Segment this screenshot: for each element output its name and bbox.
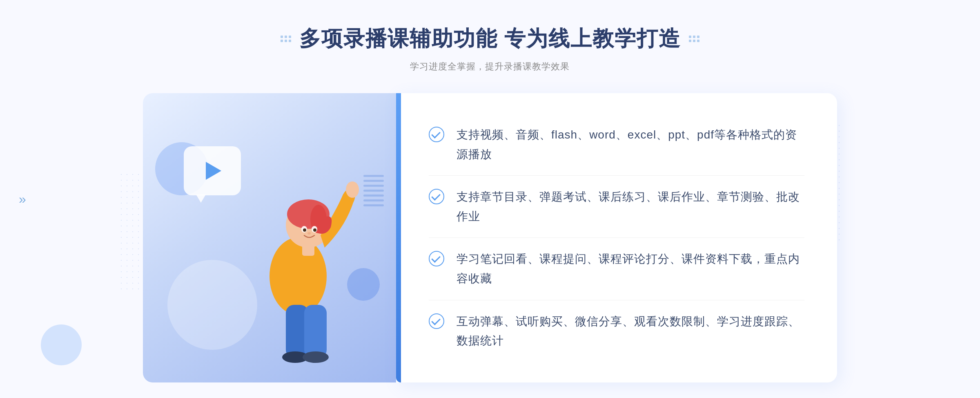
svg-rect-6 <box>304 305 327 358</box>
feature-text-3: 学习笔记回看、课程提问、课程评论打分、课件资料下载，重点内容收藏 <box>457 249 804 288</box>
svg-point-14 <box>307 232 311 235</box>
check-icon-4 <box>429 313 444 329</box>
deco-dot <box>689 36 691 38</box>
check-icon-1 <box>429 127 444 142</box>
feature-item-3: 学习笔记回看、课程提问、课程评论打分、课件资料下载，重点内容收藏 <box>429 238 804 300</box>
page-container: » 多项录播课辅助功能 专为线上教学打造 <box>0 0 980 398</box>
person-illustration <box>227 154 370 382</box>
feature-item-1: 支持视频、音频、flash、word、excel、ppt、pdf等各种格式的资源… <box>429 114 804 176</box>
svg-point-8 <box>303 351 329 363</box>
deco-dot <box>689 40 691 42</box>
checkmark-3 <box>431 254 441 263</box>
chevron-right-icon: » <box>19 192 26 206</box>
feature-text-1: 支持视频、音频、flash、word、excel、ppt、pdf等各种格式的资源… <box>457 125 804 164</box>
svg-point-4 <box>346 181 359 198</box>
left-arrows-decoration: » <box>19 192 26 206</box>
title-wrapper: 多项录播课辅助功能 专为线上教学打造 <box>281 25 699 53</box>
decorator-dots-right <box>689 36 699 42</box>
illustration-card <box>143 93 396 382</box>
svg-point-12 <box>303 228 306 232</box>
features-card: 支持视频、音频、flash、word、excel、ppt、pdf等各种格式的资源… <box>396 93 837 382</box>
page-subtitle: 学习进度全掌握，提升录播课教学效果 <box>281 60 699 73</box>
deco-dot <box>693 36 695 38</box>
deco-dot <box>281 40 283 42</box>
svg-rect-9 <box>302 244 314 256</box>
left-decorator <box>281 36 291 42</box>
feature-text-4: 互动弹幕、试听购买、微信分享、观看次数限制、学习进度跟踪、数据统计 <box>457 312 804 351</box>
accent-bar <box>396 93 401 382</box>
page-title: 多项录播课辅助功能 专为线上教学打造 <box>299 25 681 53</box>
deco-dot <box>693 40 695 42</box>
checkmark-2 <box>431 191 441 201</box>
feature-item-2: 支持章节目录、弹题考试、课后练习、课后作业、章节测验、批改作业 <box>429 176 804 238</box>
deco-dot <box>289 40 291 42</box>
checkmark-1 <box>431 129 441 139</box>
play-icon <box>206 162 221 180</box>
feature-item-4: 互动弹幕、试听购买、微信分享、观看次数限制、学习进度跟踪、数据统计 <box>429 300 804 362</box>
deco-dot <box>281 36 283 38</box>
decorator-dots-top <box>281 36 291 42</box>
bottom-circle-decoration <box>41 324 82 365</box>
check-icon-2 <box>429 189 444 204</box>
deco-dot <box>285 36 287 38</box>
deco-dot <box>285 40 287 42</box>
deco-dot <box>289 36 291 38</box>
deco-dot <box>697 40 699 42</box>
feature-text-2: 支持章节目录、弹题考试、课后练习、课后作业、章节测验、批改作业 <box>457 187 804 226</box>
svg-point-13 <box>313 228 316 232</box>
checkmark-4 <box>431 316 441 325</box>
deco-dot <box>697 36 699 38</box>
main-content: 支持视频、音频、flash、word、excel、ppt、pdf等各种格式的资源… <box>143 93 837 382</box>
header-section: 多项录播课辅助功能 专为线上教学打造 学习进度全掌握，提升录播课教学效果 <box>281 25 699 73</box>
right-decorator <box>689 36 699 42</box>
check-icon-3 <box>429 251 444 266</box>
